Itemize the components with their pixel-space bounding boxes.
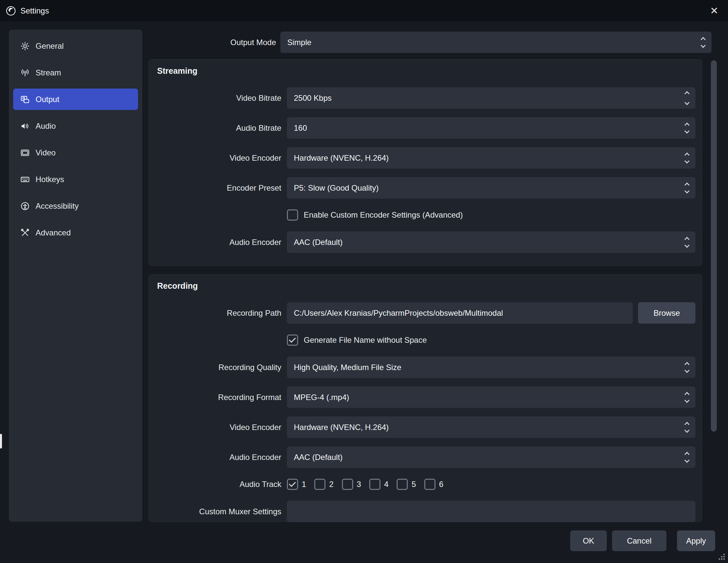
audio-track-6: 6 <box>424 479 443 490</box>
output-mode-select[interactable]: Simple <box>280 32 712 53</box>
video-encoder-label: Video Encoder <box>154 154 281 163</box>
vertical-scrollbar[interactable] <box>711 60 717 432</box>
apply-button[interactable]: Apply <box>677 530 715 551</box>
chevron-down-icon[interactable] <box>685 100 690 105</box>
video-encoder-label: Video Encoder <box>154 423 281 432</box>
sidebar-item-label: Stream <box>36 68 61 77</box>
recording-format-label: Recording Format <box>154 393 281 402</box>
custom-muxer-input[interactable] <box>287 501 695 522</box>
chevron-up-icon[interactable] <box>685 153 690 158</box>
stepper-icon[interactable] <box>685 92 689 104</box>
sidebar-item-stream[interactable]: Stream <box>13 62 138 83</box>
chevron-up-icon[interactable] <box>685 452 690 457</box>
speaker-icon <box>20 121 30 131</box>
stepper-icon[interactable] <box>701 38 705 47</box>
sidebar-item-advanced[interactable]: Advanced <box>13 222 138 243</box>
chevron-down-icon[interactable] <box>685 398 690 403</box>
encoder-preset-row: Encoder Preset P5: Slow (Good Quality) <box>154 177 695 199</box>
sidebar-item-audio[interactable]: Audio <box>13 115 138 137</box>
encoder-preset-label: Encoder Preset <box>154 183 281 193</box>
custom-encoder-settings-label: Enable Custom Encoder Settings (Advanced… <box>304 211 463 220</box>
audio-track-4: 4 <box>369 479 388 490</box>
stepper-icon[interactable] <box>685 392 689 402</box>
sidebar-item-label: Hotkeys <box>36 175 64 184</box>
audio-track-2: 2 <box>314 479 333 490</box>
browse-button[interactable]: Browse <box>638 302 695 324</box>
streaming-section-title: Streaming <box>157 66 197 76</box>
sidebar-item-hotkeys[interactable]: Hotkeys <box>13 169 138 190</box>
titlebar: Settings ✕ <box>0 0 728 21</box>
encoder-preset-select[interactable]: P5: Slow (Good Quality) <box>287 177 695 199</box>
stream-video-encoder-select[interactable]: Hardware (NVENC, H.264) <box>287 147 695 169</box>
recording-path-label: Recording Path <box>154 308 281 318</box>
stepper-icon[interactable] <box>685 153 689 163</box>
recording-audio-encoder-row: Audio Encoder AAC (Default) <box>154 446 695 468</box>
stepper-icon[interactable] <box>685 362 689 372</box>
chevron-up-icon[interactable] <box>685 422 690 427</box>
audio-track-5: 5 <box>397 479 416 490</box>
chevron-up-icon[interactable] <box>685 183 690 188</box>
recording-section-title: Recording <box>157 281 198 291</box>
stepper-icon[interactable] <box>685 422 689 432</box>
audio-encoder-label: Audio Encoder <box>154 238 281 247</box>
recording-quality-label: Recording Quality <box>154 363 281 372</box>
recording-format-select[interactable]: MPEG-4 (.mp4) <box>287 386 695 408</box>
sidebar-item-output[interactable]: Output <box>13 89 138 110</box>
audio-track-2-checkbox[interactable] <box>314 479 325 490</box>
recording-quality-select[interactable]: High Quality, Medium File Size <box>287 356 695 378</box>
chevron-down-icon[interactable] <box>685 458 690 463</box>
audio-bitrate-select[interactable]: 160 <box>287 117 695 139</box>
stepper-icon[interactable] <box>685 183 689 193</box>
recording-audio-encoder-select[interactable]: AAC (Default) <box>287 446 695 468</box>
chevron-up-icon[interactable] <box>685 237 690 242</box>
recording-path-input[interactable]: C:/Users/Alex Kranias/PycharmProjects/ob… <box>287 302 633 324</box>
custom-encoder-settings-checkbox[interactable] <box>287 210 298 221</box>
video-bitrate-input[interactable]: 2500 Kbps <box>287 87 695 109</box>
left-edge-artifact <box>0 434 2 448</box>
audio-track-1-checkbox[interactable] <box>287 479 298 490</box>
settings-sidebar: General Stream Output Audio Video <box>9 30 142 522</box>
custom-muxer-row: Custom Muxer Settings <box>154 501 695 522</box>
filename-no-space-checkbox[interactable] <box>287 334 298 346</box>
cancel-button[interactable]: Cancel <box>612 530 666 551</box>
chevron-down-icon[interactable] <box>685 128 690 134</box>
chevron-up-icon[interactable] <box>701 37 706 42</box>
chevron-down-icon[interactable] <box>685 243 690 248</box>
stream-audio-encoder-select[interactable]: AAC (Default) <box>287 232 695 253</box>
audio-track-6-checkbox[interactable] <box>424 479 435 490</box>
audio-track-row: Audio Track 1 2 3 4 <box>154 476 695 492</box>
recording-section: Recording Recording Path C:/Users/Alex K… <box>149 274 702 522</box>
custom-encoder-settings-row: Enable Custom Encoder Settings (Advanced… <box>154 207 695 223</box>
chevron-down-icon[interactable] <box>685 368 690 373</box>
chevron-up-icon[interactable] <box>685 91 690 96</box>
sidebar-item-label: Accessibility <box>36 202 79 211</box>
chevron-down-icon[interactable] <box>701 43 706 48</box>
audio-bitrate-row: Audio Bitrate 160 <box>154 117 695 139</box>
sidebar-item-label: Output <box>36 95 59 104</box>
chevron-up-icon[interactable] <box>685 123 690 128</box>
audio-track-3-checkbox[interactable] <box>342 479 353 490</box>
resize-grip-icon[interactable] <box>723 558 725 560</box>
stepper-icon[interactable] <box>685 123 689 133</box>
sidebar-item-accessibility[interactable]: Accessibility <box>13 195 138 217</box>
chevron-up-icon[interactable] <box>685 392 690 397</box>
audio-track-5-checkbox[interactable] <box>397 479 408 490</box>
stepper-icon[interactable] <box>685 238 689 247</box>
dialog-footer: OK Cancel Apply <box>570 530 715 551</box>
audio-track-3: 3 <box>342 479 361 490</box>
video-bitrate-row: Video Bitrate 2500 Kbps <box>154 87 695 109</box>
chevron-down-icon[interactable] <box>685 428 690 433</box>
chevron-down-icon[interactable] <box>685 158 690 164</box>
audio-track-4-checkbox[interactable] <box>369 479 380 490</box>
ok-button[interactable]: OK <box>570 530 607 551</box>
stepper-icon[interactable] <box>685 452 689 462</box>
sidebar-item-video[interactable]: Video <box>13 142 138 163</box>
stream-video-encoder-row: Video Encoder Hardware (NVENC, H.264) <box>154 147 695 169</box>
filename-no-space-row: Generate File Name without Space <box>154 332 695 348</box>
chevron-up-icon[interactable] <box>685 362 690 367</box>
streaming-section: Streaming Video Bitrate 2500 Kbps Audio … <box>149 59 702 266</box>
close-icon[interactable]: ✕ <box>705 0 723 21</box>
chevron-down-icon[interactable] <box>685 188 690 194</box>
accessibility-icon <box>20 201 30 211</box>
recording-video-encoder-select[interactable]: Hardware (NVENC, H.264) <box>287 416 695 438</box>
